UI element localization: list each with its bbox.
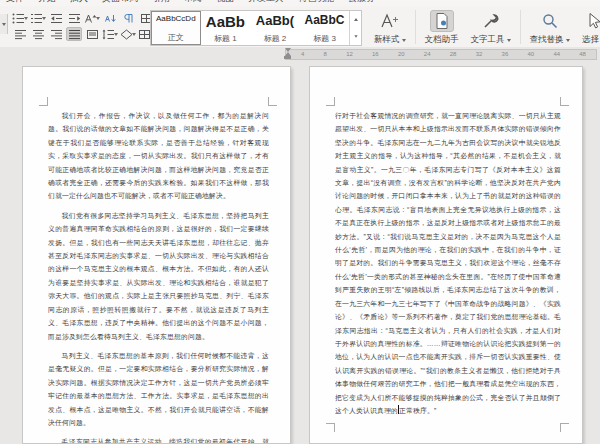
style-label: 标题 1 xyxy=(214,33,237,44)
chevron-down-icon xyxy=(114,33,118,36)
ruler-number: 16 xyxy=(372,50,379,59)
paragraph[interactable]: 马列主义、毛泽东思想的基本原则，我们任何时候都不能违背，这是毫无疑义的。但是，一… xyxy=(48,349,269,429)
page-text[interactable]: 行对于社会客观情况的调查研究，就一直同理论脱离实际、一切只从主观愿望出发、一切只… xyxy=(335,109,561,443)
justify-icon[interactable] xyxy=(66,27,82,41)
ruler-number: 44 xyxy=(553,50,560,59)
ruler-number: 48 xyxy=(579,50,586,59)
margin-mark-icon xyxy=(326,97,335,106)
margin-mark-icon xyxy=(326,423,335,432)
select-label: 选择 xyxy=(582,34,599,46)
ruler-number: 20 xyxy=(398,50,405,59)
style-label: 标题 3 xyxy=(313,33,336,44)
style-item-body[interactable]: AaBbCcDd 正文 xyxy=(151,11,201,45)
doc-assistant-button[interactable]: 文档助手 xyxy=(419,8,465,48)
sort-icon[interactable] xyxy=(102,11,118,25)
decrease-indent-icon[interactable] xyxy=(48,11,64,25)
style-label: 标题 2 xyxy=(264,33,287,44)
ruler-number: 28 xyxy=(450,50,457,59)
ruler-number: 32 xyxy=(476,50,483,59)
ruler-number: 12 xyxy=(346,50,353,59)
ribbon-right-buttons: 新样式 文档助手 文字工具 查找替换 选择 xyxy=(368,8,600,48)
ribbon-toolbar: AaBbCcDd 正文 AaBb 标题 1 AaBb( 标题 2 AaBbC 标… xyxy=(0,6,600,49)
style-item-heading1[interactable]: AaBb 标题 1 xyxy=(201,11,251,45)
text-tools-button[interactable]: 文字工具 xyxy=(465,8,517,48)
document-area: 4 8 12 16 20 24 28 32 36 40 44 48 我们开会，作… xyxy=(0,47,600,444)
clipped-toolbar-button[interactable] xyxy=(0,14,8,34)
menu-tab[interactable]: 开发工具 xyxy=(248,0,284,5)
menu-tab[interactable]: 云服务 xyxy=(348,0,375,5)
menu-tab[interactable]: 插入 xyxy=(70,0,88,5)
menu-tab[interactable]: 特色功能 xyxy=(298,0,334,5)
document-page-2[interactable]: 行对于社会客观情况的调查研究，就一直同理论脱离实际、一切只从主观愿望出发、一切只… xyxy=(309,66,583,444)
menu-tab[interactable]: 开始 xyxy=(38,0,56,5)
align-center-icon[interactable] xyxy=(30,27,46,41)
chevron-down-icon xyxy=(566,39,570,42)
style-preview: AaBbC xyxy=(305,13,345,27)
style-preview: AaBbCcDd xyxy=(156,14,196,23)
style-item-heading3[interactable]: AaBbC 标题 3 xyxy=(300,11,350,45)
line-spacing-icon[interactable] xyxy=(102,27,118,41)
character-scale-icon[interactable] xyxy=(84,11,100,25)
style-preview: AaBb xyxy=(206,13,245,30)
style-item-heading2[interactable]: AaBb( 标题 2 xyxy=(250,11,300,45)
find-replace-button[interactable]: 查找替换 xyxy=(524,8,576,48)
find-replace-label: 查找替换 xyxy=(530,34,564,46)
page-text[interactable]: 我们开会，作报告，作决议，以及做任何工作，都为的是解决问题。我们说的话做的文章如… xyxy=(48,109,269,443)
chevron-down-icon xyxy=(24,17,28,20)
paragraph-format-group xyxy=(12,11,154,41)
horizontal-ruler[interactable]: 4 8 12 16 20 24 28 32 36 40 44 48 xyxy=(285,49,597,60)
style-preview: AaBb( xyxy=(256,13,294,28)
chevron-down-icon xyxy=(96,17,100,20)
paragraph[interactable]: 我们党有很多同志坚持学习马列主义、毛泽东思想，坚持把马列主义的普遍真理同革命实践… xyxy=(48,209,269,343)
menu-tab[interactable]: 文件 xyxy=(6,0,24,5)
doc-assistant-icon xyxy=(430,10,454,32)
indent-marker-left[interactable] xyxy=(284,48,291,59)
new-style-button[interactable]: 新样式 xyxy=(368,8,412,48)
bullet-list-icon[interactable] xyxy=(12,11,28,25)
paragraph[interactable]: 行对于社会客观情况的调查研究，就一直同理论脱离实际、一切只从主观愿望出发、一切只… xyxy=(335,109,561,417)
increase-indent-icon[interactable] xyxy=(66,11,82,25)
menu-tab[interactable]: 视图 xyxy=(216,0,234,5)
align-left-icon[interactable] xyxy=(12,27,28,41)
menu-tab[interactable]: 引用 xyxy=(152,0,170,5)
paragraph[interactable]: 我们开会，作报告，作决议，以及做任何工作，都为的是解决问题。我们说的话做的文章如… xyxy=(48,109,269,203)
margin-mark-icon xyxy=(39,97,48,106)
document-page-1[interactable]: 我们开会，作报告，作决议，以及做任何工作，都为的是解决问题。我们说的话做的文章如… xyxy=(22,66,291,444)
wrench-icon xyxy=(479,10,503,32)
style-gallery-scrollbar[interactable] xyxy=(349,11,361,45)
shading-icon[interactable] xyxy=(120,27,136,41)
show-formatting-marks-icon[interactable] xyxy=(120,11,136,25)
numbered-list-icon[interactable] xyxy=(30,11,46,25)
paragraph-text: 正常秩序。” xyxy=(399,407,436,414)
ruler-number: 4 xyxy=(301,50,304,59)
menu-tab[interactable]: 页面布局 xyxy=(102,0,138,5)
paragraph[interactable]: 毛泽东同志从参加共产主义运动、缔造我们党的最初年代开始，就一直提倡和实 xyxy=(48,435,269,443)
search-icon xyxy=(538,10,562,32)
chevron-down-icon xyxy=(507,39,511,42)
ruler-number: 24 xyxy=(424,50,431,59)
style-gallery: AaBbCcDd 正文 AaBb 标题 1 AaBb( 标题 2 AaBbC 标… xyxy=(150,10,362,46)
select-button[interactable]: 选择 xyxy=(576,8,600,48)
scroll-up-icon[interactable] xyxy=(354,18,358,21)
ruler-number: 36 xyxy=(502,50,509,59)
align-right-icon[interactable] xyxy=(48,27,64,41)
chevron-down-icon xyxy=(2,23,6,26)
group-divider xyxy=(520,10,521,44)
margin-mark-icon xyxy=(560,423,569,432)
group-divider xyxy=(415,10,416,44)
paragraph-text: 行对于社会客观情况的调查研究，就一直同理论脱离实际、一切只从主观愿望出发、一切只… xyxy=(335,112,561,414)
new-style-label: 新样式 xyxy=(374,34,400,46)
distribute-text-icon[interactable] xyxy=(84,27,100,41)
scroll-down-icon[interactable] xyxy=(354,35,357,37)
cursor-arrow-icon xyxy=(582,10,600,32)
margin-mark-icon xyxy=(560,97,569,106)
chevron-down-icon xyxy=(402,39,406,42)
ruler-number: 8 xyxy=(324,50,327,59)
text-tools-label: 文字工具 xyxy=(471,34,505,46)
chevron-down-icon xyxy=(42,17,46,20)
doc-assistant-label: 文档助手 xyxy=(425,34,459,46)
ruler-number: 40 xyxy=(527,50,534,59)
wps-writer-window: 文件 开始 插入 页面布局 引用 审阅 视图 开发工具 特色功能 云服务 xyxy=(0,0,600,444)
menu-tab[interactable]: 审阅 xyxy=(184,0,202,5)
margin-mark-icon xyxy=(268,97,277,106)
